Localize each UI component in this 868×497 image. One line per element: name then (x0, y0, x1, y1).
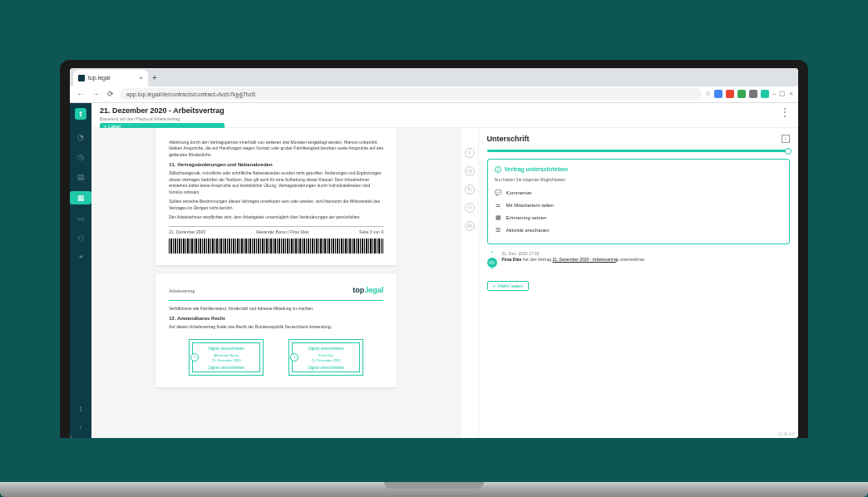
share-icon: ⚌ (495, 202, 502, 209)
activity-icon: ☰ (495, 227, 502, 234)
reminder-action[interactable]: ▦ Erinnerung setzen (495, 212, 783, 224)
activity-action[interactable]: ☰ Aktivität anschauen (495, 224, 783, 237)
logo-footer-icon[interactable]: t (75, 403, 86, 415)
extension-icon[interactable] (761, 90, 769, 98)
page-label: Arbeitsvertrag (169, 288, 195, 295)
window-minimize-icon[interactable]: – (772, 90, 776, 98)
signature-box: t Digital unterschrieben Firas Dias 21. … (289, 339, 363, 376)
progress-bar (487, 150, 791, 152)
clock-icon[interactable]: ◷ (75, 151, 86, 163)
chat-icon[interactable]: ❝ (75, 253, 86, 264)
document-viewport[interactable]: Ablehnung durch den Vertragspartner inne… (91, 128, 461, 438)
extension-icon[interactable] (726, 90, 734, 98)
paragraph: Verhältnisse wie Familienstand, Kinderza… (169, 306, 383, 312)
left-sidebar: t ◔ ◷ ▤ ▦ ▭ ⚇ ❝ t ‹ (70, 103, 91, 438)
document-page: Arbeitsvertrag top.legal Verhältnisse wi… (155, 273, 397, 387)
avatar: FD (487, 258, 497, 268)
signature-seal-icon: t (290, 353, 298, 362)
people-icon[interactable]: ⚇ (465, 203, 475, 213)
star-icon[interactable]: ☆ (705, 90, 711, 98)
chat-icon[interactable]: ✉ (465, 221, 475, 231)
right-panel: Unterschrift i ✓ Vertrag unterschrieben … (478, 128, 799, 438)
page-title: 21. Dezember 2020 - Arbeitsvertrag (100, 106, 224, 115)
chevron-up-icon[interactable]: ˄ (491, 251, 494, 258)
activity-user: Firas Dias (502, 257, 522, 262)
info-icon[interactable]: i (465, 148, 475, 158)
page-subtitle: Basierend auf dem Playbook Arbeitsvertra… (100, 116, 224, 121)
browser-tabbar: top.legal × + (70, 68, 798, 86)
activity-entry: ˄ FD ˅ 21. Dez. 2020 17:02 Firas Dias ha… (487, 251, 791, 274)
load-more-button[interactable]: + Mehr laden (487, 281, 530, 291)
reload-icon[interactable]: ⟳ (105, 88, 116, 100)
activity-link[interactable]: 21. Dezember 2020 - Arbeitsvertrag (552, 257, 618, 262)
window-close-icon[interactable]: × (789, 90, 793, 98)
document-page: Ablehnung durch den Vertragspartner inne… (155, 128, 397, 266)
history-icon[interactable]: ↻ (465, 185, 475, 194)
card-icon[interactable]: ▭ (75, 213, 86, 224)
section-heading: 12. Anwendbares Recht (169, 315, 383, 322)
footer-names: Alexander Baron | Firas Dias (256, 229, 309, 236)
check-icon: ✓ (495, 166, 501, 173)
clock-icon[interactable]: ◷ (465, 166, 475, 176)
chevron-down-icon[interactable]: ˅ (491, 268, 494, 274)
paragraph: Der Arbeitnehmer verpflichtet sich, dem … (169, 214, 383, 221)
collapse-icon[interactable]: ‹ (75, 421, 86, 433)
calendar-icon: ▦ (495, 214, 502, 222)
tool-rail: i ◷ ↻ ⚇ ✉ (461, 128, 478, 438)
barcode-icon (169, 239, 383, 253)
footer-pagenum: Seite 3 von 4 (359, 229, 383, 236)
panel-title: Unterschrift (487, 135, 530, 143)
comment-icon: 💬 (495, 189, 502, 197)
favicon-icon (78, 75, 85, 81)
browser-tab[interactable]: top.legal × (73, 70, 148, 86)
comment-action[interactable]: 💬 Kommentar (495, 187, 783, 199)
footer-date: 21. Dezember 2020 (169, 229, 205, 236)
brand-logo: top.legal (353, 285, 383, 297)
extension-icon[interactable] (737, 90, 746, 98)
contracts-icon[interactable]: ▦ (70, 191, 91, 204)
extension-icon[interactable] (714, 90, 723, 98)
info-icon[interactable]: i (782, 135, 790, 143)
extension-tray: ☆ – ▢ × (705, 90, 793, 98)
hint-text: Nun haben Sie folgende Möglichkeiten (495, 177, 783, 182)
page-header: 21. Dezember 2020 - Arbeitsvertrag Basie… (91, 103, 798, 128)
paragraph: Ablehnung durch den Vertragspartner inne… (169, 140, 383, 159)
back-icon[interactable]: ← (75, 88, 86, 100)
status-text: Vertrag unterschrieben (505, 166, 569, 172)
paragraph: Stillschweigende, mündliche oder schrift… (169, 170, 383, 195)
close-icon[interactable]: × (139, 74, 143, 81)
browser-address-bar: ← → ⟳ app.top.legal/de/contracts/contrac… (70, 86, 798, 103)
section-heading: 11. Vertragsänderungen und Nebenabreden (169, 161, 383, 169)
status-card: ✓ Vertrag unterschrieben Nun haben Sie f… (487, 159, 791, 244)
activity-time: 21. Dez. 2020 17:02 (502, 251, 645, 257)
forward-icon[interactable]: → (90, 88, 101, 100)
version-label: v2.10.0-0 (777, 431, 795, 436)
url-field[interactable]: app.top.legal/de/contracts/contract-dvzb… (120, 88, 702, 100)
paragraph: Auf diesen Arbeitsvertrag findet das Rec… (169, 324, 383, 331)
document-icon[interactable]: ▤ (75, 171, 86, 183)
paragraph: Sollten einzelne Bestimmungen dieses Ver… (169, 199, 383, 211)
tab-title: top.legal (88, 75, 110, 81)
plus-icon: + (493, 283, 496, 288)
app-logo-icon[interactable]: t (75, 108, 86, 120)
window-maximize-icon[interactable]: ▢ (779, 90, 786, 98)
signature-box: t Digital unterschrieben Alexander Baron… (189, 339, 264, 376)
signature-seal-icon: t (190, 353, 199, 362)
share-action[interactable]: ⚌ Mit Mitarbeitern teilen (495, 199, 783, 212)
new-tab-button[interactable]: + (148, 70, 161, 86)
dashboard-icon[interactable]: ◔ (75, 131, 86, 143)
extension-icon[interactable] (749, 90, 757, 98)
laptop-base (0, 482, 868, 497)
users-icon[interactable]: ⚇ (75, 233, 86, 244)
more-menu-icon[interactable]: ⋮ (780, 106, 790, 118)
